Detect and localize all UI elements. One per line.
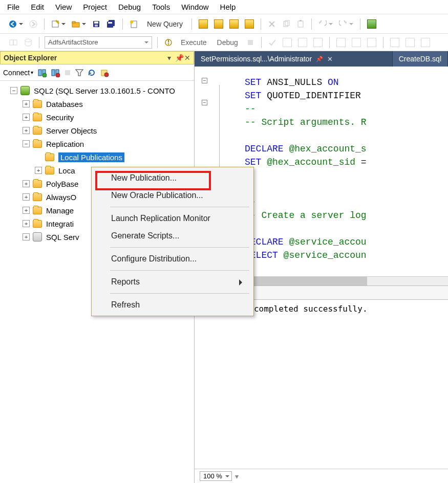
tree-node-security[interactable]: + Security <box>2 111 194 124</box>
separator <box>39 37 39 48</box>
filter-icon[interactable] <box>75 69 83 77</box>
tab-createdb[interactable]: CreateDB.sql <box>393 51 448 67</box>
activity-monitor-icon[interactable] <box>366 18 378 30</box>
svg-rect-6 <box>94 21 98 24</box>
folder-icon <box>45 153 54 161</box>
messages-pane[interactable]: Command(s) completed successfully. <box>195 300 448 469</box>
tree-node-databases[interactable]: + Databases <box>2 97 194 111</box>
menu-file[interactable]: File <box>7 3 19 11</box>
save-all-button[interactable] <box>105 18 117 30</box>
close-tab-icon[interactable]: ✕ <box>327 55 333 63</box>
results-text-icon <box>389 36 401 49</box>
cm-new-publication[interactable]: New Publication... <box>93 169 252 187</box>
expand-icon[interactable]: + <box>35 167 42 174</box>
node-label: PolyBase <box>46 180 78 188</box>
zoom-selector[interactable]: 100 % <box>200 471 232 481</box>
refresh-oe-icon[interactable] <box>88 69 96 77</box>
expand-icon[interactable]: + <box>23 193 30 201</box>
node-label: Server Objects <box>46 126 97 135</box>
expand-icon[interactable]: + <box>23 233 30 240</box>
include-plan-icon <box>335 36 347 49</box>
node-label: Integrati <box>46 219 74 228</box>
pin-tab-icon[interactable]: 📌 <box>316 56 323 62</box>
cm-new-oracle-publication[interactable]: New Oracle Publication... <box>93 187 252 204</box>
menu-edit[interactable]: Edit <box>31 3 44 11</box>
expand-icon[interactable]: + <box>23 114 30 121</box>
include-stats-icon <box>350 36 362 49</box>
folder-icon <box>33 140 42 148</box>
chevron-down-icon: ▾ <box>31 70 33 75</box>
node-label: SQL Serv <box>46 233 79 242</box>
expand-icon[interactable]: + <box>23 127 30 134</box>
database-selector[interactable]: AdfsArtifactStore <box>45 36 152 49</box>
tab-label: SetPermissions.sql...\Administrator <box>201 55 312 63</box>
connect-dropdown[interactable]: Connect ▾ <box>3 69 33 77</box>
server-label: SQL2 (SQL Server 13.0.1601.5 - CONTO <box>34 86 175 95</box>
expand-icon[interactable]: + <box>23 180 30 187</box>
svg-rect-4 <box>72 21 75 23</box>
svg-point-26 <box>42 73 47 77</box>
disconnect-oe-icon[interactable] <box>51 68 60 77</box>
dmx-query-icon[interactable] <box>228 18 240 30</box>
menu-window[interactable]: Window <box>181 3 208 11</box>
tree-server-node[interactable]: − SQL2 (SQL Server 13.0.1601.5 - CONTO <box>2 84 194 97</box>
cm-refresh[interactable]: Refresh <box>93 296 252 314</box>
new-query-button[interactable]: New Query <box>143 18 186 30</box>
mdx-query-icon[interactable] <box>212 18 225 30</box>
server-icon <box>20 86 30 95</box>
new-query-icon[interactable] <box>128 18 140 30</box>
object-explorer-toolbar: Connect ▾ <box>0 64 194 81</box>
cm-launch-monitor[interactable]: Launch Replication Monitor <box>93 210 252 227</box>
separator <box>261 37 262 48</box>
collapse-icon[interactable]: − <box>23 140 30 147</box>
cm-separator <box>110 293 249 294</box>
svg-point-1 <box>30 20 37 28</box>
collapse-icon[interactable]: − <box>10 87 17 94</box>
execute-icon[interactable] <box>163 36 174 49</box>
xmla-query-icon[interactable] <box>243 18 255 30</box>
pin-icon[interactable]: 📌 <box>175 54 181 62</box>
new-project-button[interactable] <box>50 18 67 30</box>
tree-node-local-publications[interactable]: Local Publications <box>2 150 194 164</box>
svg-rect-27 <box>52 70 55 76</box>
menu-view[interactable]: View <box>55 3 72 11</box>
folder-icon <box>33 193 42 201</box>
cm-separator <box>110 207 249 207</box>
stop-icon <box>64 69 71 76</box>
svg-rect-23 <box>248 40 253 45</box>
close-panel-icon[interactable]: ✕ <box>184 54 190 62</box>
de-query-icon[interactable] <box>197 18 209 30</box>
tab-setpermissions[interactable]: SetPermissions.sql...\Administrator 📌 ✕ <box>195 51 393 67</box>
svg-point-29 <box>56 73 60 77</box>
svg-rect-18 <box>13 40 17 45</box>
oe-search-icon[interactable] <box>100 68 109 77</box>
cut-icon <box>266 18 278 30</box>
tree-node-server-objects[interactable]: + Server Objects <box>2 124 194 137</box>
include-live-icon <box>366 36 378 49</box>
cm-generate-scripts[interactable]: Generate Scripts... <box>93 227 252 245</box>
expand-icon[interactable]: + <box>23 100 30 107</box>
svg-rect-17 <box>10 40 13 45</box>
fold-toggle-icon[interactable]: − <box>202 78 207 83</box>
svg-point-19 <box>25 39 31 42</box>
expand-icon[interactable]: + <box>23 220 30 227</box>
menu-debug[interactable]: Debug <box>118 3 141 11</box>
tree-node-replication[interactable]: − Replication <box>2 137 194 150</box>
folder-icon <box>33 100 42 108</box>
cm-reports[interactable]: Reports <box>93 273 252 291</box>
cm-configure-distribution[interactable]: Configure Distribution... <box>93 250 252 268</box>
expand-icon[interactable]: + <box>23 207 30 214</box>
connect-oe-icon[interactable] <box>37 68 47 77</box>
node-label: Manage <box>46 206 74 215</box>
menu-help[interactable]: Help <box>220 3 236 11</box>
spacer <box>35 153 42 161</box>
nav-back-button[interactable] <box>7 18 25 30</box>
window-position-icon[interactable]: ▾ <box>166 54 172 62</box>
save-button[interactable] <box>91 18 102 30</box>
execute-button[interactable]: Execute <box>177 36 210 49</box>
debug-button[interactable]: Debug <box>214 36 242 49</box>
open-file-button[interactable] <box>70 18 88 30</box>
menu-tools[interactable]: Tools <box>152 3 170 11</box>
menu-project[interactable]: Project <box>83 3 107 11</box>
fold-toggle-icon[interactable]: − <box>202 100 207 105</box>
